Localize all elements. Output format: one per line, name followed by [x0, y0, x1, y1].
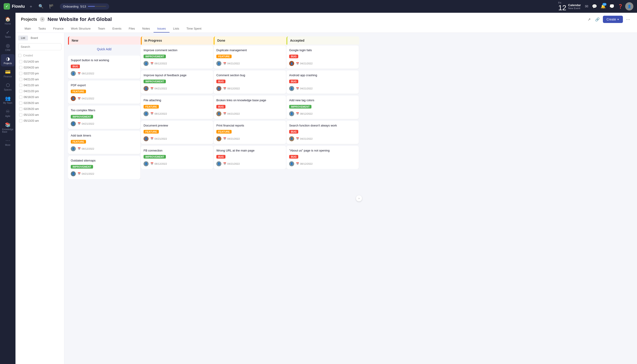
list-item[interactable]: 04/21/20 am: [18, 82, 62, 88]
scroll-right-arrow[interactable]: ›: [356, 196, 362, 201]
tab-list[interactable]: List: [18, 36, 28, 40]
card-avatar-accepted-2: 👤: [289, 111, 294, 116]
logo-icon: ✓: [4, 3, 10, 10]
kanban-card[interactable]: Duplicate management FEATURE 👤 📅 04/21/2…: [214, 46, 286, 69]
more-options-button[interactable]: ⋯: [625, 16, 632, 23]
calendar-sub: New Event: [568, 7, 581, 10]
sidebar-item-finance[interactable]: 💳Finance: [1, 67, 14, 80]
kanban-card[interactable]: Add task timers FEATURE 👤 📅 08/12/2022: [68, 131, 140, 154]
row-checkbox-9[interactable]: [19, 113, 22, 116]
notifications-button[interactable]: 🔔 13: [599, 2, 607, 10]
list-item[interactable]: 05/13/20 am: [18, 118, 62, 124]
kanban-card[interactable]: Wrong URL at the main page BUG 👤 📅 04/21…: [214, 146, 286, 169]
list-item[interactable]: 02/04/20 am: [18, 65, 62, 70]
kanban-card[interactable]: Google login fails BUG 👤 📅 04/21/2022: [286, 46, 359, 69]
col-title-done: Done: [217, 39, 225, 42]
sidebar-label-knowledge: Knowledge Base: [2, 128, 13, 133]
projects-back[interactable]: Projects: [21, 17, 37, 22]
sidebar-item-spaces[interactable]: ⬡Spaces: [1, 80, 14, 93]
sidebar-item-more[interactable]: ⋯More: [1, 136, 14, 148]
kanban-card[interactable]: Android app crashing BUG 👤 📅 04/21/2022: [286, 70, 359, 94]
sidebar-item-tasks[interactable]: ✓Tasks: [1, 28, 14, 40]
create-button[interactable]: Create ▼: [603, 16, 623, 23]
kanban-card[interactable]: Search function doesn't always work BUG …: [286, 121, 359, 144]
row-checkbox-0[interactable]: [19, 60, 22, 63]
row-date-0: 01/14/20 am: [24, 60, 39, 63]
close-button[interactable]: ✕: [40, 17, 45, 22]
kanban-card[interactable]: Add new tag colors IMPROVEMENT 👤 📅 08/12…: [286, 96, 359, 119]
row-checkbox-2[interactable]: [19, 72, 22, 75]
tab-team[interactable]: Team: [94, 25, 109, 32]
kanban-card[interactable]: Support button is not working BUG 👤 📅 08…: [68, 56, 140, 79]
tab-board[interactable]: Board: [28, 36, 41, 40]
sidebar-item-crm[interactable]: ◎CRM: [1, 41, 14, 53]
row-checkbox-7[interactable]: [19, 102, 22, 105]
sidebar-item-knowledge[interactable]: 📚Knowledge Base: [1, 120, 14, 135]
row-checkbox-1[interactable]: [19, 66, 22, 69]
list-item[interactable]: 02/26/20 am: [18, 106, 62, 112]
user-avatar[interactable]: 👤: [625, 2, 633, 10]
onboarding-progress-bar: [88, 6, 106, 7]
cards-accepted: Google login fails BUG 👤 📅 04/21/2022 An…: [286, 46, 359, 169]
list-item[interactable]: 06/18/20 am: [18, 94, 62, 100]
tab-issues[interactable]: Issues: [154, 25, 170, 32]
tab-lists[interactable]: Lists: [170, 25, 183, 32]
tab-files[interactable]: Files: [125, 25, 138, 32]
kanban-card[interactable]: Improve comment section IMPROVEMENT 👤 📅 …: [141, 46, 213, 69]
tab-finance[interactable]: Finance: [49, 25, 67, 32]
list-item[interactable]: 05/13/20 am: [18, 112, 62, 118]
kanban-card[interactable]: Improve layout of feedback page IMPROVEM…: [141, 70, 213, 94]
kanban-card[interactable]: PDF export FEATURE 👤 📅 04/21/2022: [68, 80, 140, 104]
kanban-card[interactable]: Document preview FEATURE 👤 📅 04/21/2022: [141, 121, 213, 144]
search-button[interactable]: 🔍: [37, 2, 45, 10]
tab-notes[interactable]: Notes: [138, 25, 154, 32]
kanban-card[interactable]: Broken links on knowledge base page BUG …: [214, 96, 286, 119]
row-checkbox-6[interactable]: [19, 96, 22, 99]
select-all-checkbox[interactable]: [18, 54, 22, 57]
onboarding-bar[interactable]: Onboarding 5/13: [60, 4, 109, 10]
tab-timespent[interactable]: Time Spent: [183, 25, 205, 32]
quick-add-button[interactable]: Quick Add: [68, 46, 140, 53]
kanban-card[interactable]: Outdated sitemaps IMPROVEMENT 👤 📅 04/21/…: [68, 156, 140, 179]
search-input[interactable]: [18, 43, 62, 50]
kanban-card[interactable]: Print financial reports FEATURE 👤 📅 04/2…: [214, 121, 286, 144]
kanban-card[interactable]: File attaching FEATURE 👤 📅 08/12/2022: [141, 96, 213, 119]
row-checkbox-10[interactable]: [19, 119, 22, 122]
sidebar-item-projects[interactable]: ◑Projects: [1, 54, 14, 66]
link-button[interactable]: 🔗: [594, 16, 601, 23]
chat-button[interactable]: 💬: [590, 2, 598, 10]
calendar-icon: 📅: [150, 87, 154, 90]
card-avatar-done-2: 👤: [216, 111, 221, 116]
list-item[interactable]: 04/21/20 am: [18, 77, 62, 82]
sidebar-item-agile[interactable]: ♾Agile: [1, 107, 14, 119]
row-checkbox-5[interactable]: [19, 90, 22, 93]
tab-tasks[interactable]: Tasks: [34, 25, 49, 32]
flag-button[interactable]: 🏴: [48, 2, 55, 10]
mail-button[interactable]: ✉: [584, 2, 590, 10]
kanban-card[interactable]: "About us" page is not opening BUG 👤 📅 0…: [286, 146, 359, 169]
list-item[interactable]: 02/26/20 am: [18, 100, 62, 106]
help-button[interactable]: ❓: [616, 2, 624, 10]
card-avatar-done-4: 👤: [216, 161, 221, 166]
sidebar-item-myteam[interactable]: 👥My Team: [1, 94, 14, 106]
list-item[interactable]: 01/14/20 am: [18, 59, 62, 64]
kanban-card[interactable]: Comment section bug BUG 👤 📅 08/12/2022: [214, 70, 286, 94]
row-checkbox-4[interactable]: [19, 84, 22, 87]
row-checkbox-8[interactable]: [19, 108, 22, 110]
list-item[interactable]: 02/27/20 pm: [18, 71, 62, 76]
tab-workstructure[interactable]: Work Structure: [67, 25, 94, 32]
create-arrow-icon: ▼: [617, 18, 619, 21]
sidebar-item-home[interactable]: 🏠Home: [1, 14, 14, 27]
kanban-card[interactable]: Too complex filters IMPROVEMENT 👤 📅 04/2…: [68, 106, 140, 129]
calendar-widget[interactable]: Fri 12 Calendar New Event: [558, 1, 581, 12]
comment-button[interactable]: 💭: [608, 2, 616, 10]
tab-events[interactable]: Events: [109, 25, 125, 32]
external-link-button[interactable]: ↗: [586, 16, 592, 23]
tab-main[interactable]: Main: [21, 25, 34, 32]
plus-button[interactable]: ＋: [28, 2, 34, 10]
app-logo[interactable]: ✓ Flowlu: [4, 3, 25, 10]
kanban-card[interactable]: FB connection IMPROVEMENT 👤 📅 08/12/2022: [141, 146, 213, 169]
row-checkbox-3[interactable]: [19, 78, 22, 81]
sidebar-label-myteam: My Team: [3, 102, 12, 104]
list-item[interactable]: 04/21/20 pm: [18, 88, 62, 94]
